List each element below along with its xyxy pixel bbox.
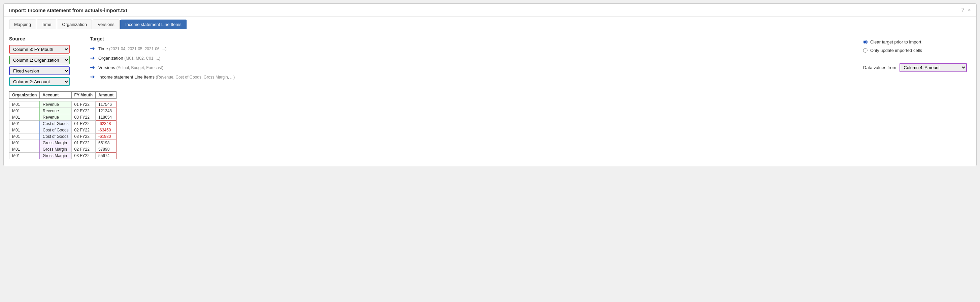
tab-versions[interactable]: Versions bbox=[92, 19, 119, 29]
cell-org: M01 bbox=[10, 108, 40, 114]
source-select-lineitems[interactable]: Column 2: Account bbox=[9, 77, 70, 86]
radio-only-update-label: Only update imported cells bbox=[870, 48, 922, 53]
cell-amount: -61980 bbox=[95, 133, 116, 140]
right-panel: Clear target prior to import Only update… bbox=[863, 36, 971, 159]
col-header-account: Account bbox=[40, 92, 72, 99]
radio-clear-target[interactable]: Clear target prior to import bbox=[863, 40, 971, 45]
main-window: Import: Income statement from actuals-im… bbox=[3, 3, 977, 166]
data-table: Organization Account FY Mouth Amount M01… bbox=[9, 91, 116, 159]
cell-amount: 57898 bbox=[95, 146, 116, 153]
source-select-org[interactable]: Column 1: Organization bbox=[9, 56, 70, 64]
source-select-time[interactable]: Column 3: FY Mouth bbox=[9, 45, 70, 54]
cell-org: M01 bbox=[10, 140, 40, 146]
table-row: M01 Revenue 02 FY22 121348 bbox=[10, 108, 116, 114]
cell-org: M01 bbox=[10, 153, 40, 159]
table-row: M01 Gross Margin 01 FY22 55198 bbox=[10, 140, 116, 146]
table-row: M01 Gross Margin 03 FY22 55674 bbox=[10, 153, 116, 159]
cell-account: Gross Margin bbox=[40, 140, 72, 146]
window-title: Import: Income statement from actuals-im… bbox=[9, 7, 127, 13]
target-label-org: Organization (M01, M02, C01, ...) bbox=[98, 56, 160, 61]
cell-amount: -63450 bbox=[95, 127, 116, 133]
target-label-versions: Versions (Actual, Budget, Forecast) bbox=[98, 65, 163, 70]
tab-income-statement[interactable]: Income statement Line Items bbox=[120, 19, 186, 29]
cell-fy: 03 FY22 bbox=[72, 133, 95, 140]
cell-fy: 02 FY22 bbox=[72, 146, 95, 153]
data-table-wrapper: Organization Account FY Mouth Amount M01… bbox=[9, 91, 850, 159]
cell-fy: 01 FY22 bbox=[72, 121, 95, 127]
target-column: Target ➜ Time (2021-04, 2021-05, 2021-06… bbox=[90, 36, 235, 86]
cell-amount: 118654 bbox=[95, 114, 116, 121]
cell-account: Cost of Goods bbox=[40, 127, 72, 133]
col-header-org: Organization bbox=[10, 92, 40, 99]
source-rows: Column 3: FY Mouth Column 1: Organizatio… bbox=[9, 45, 70, 86]
cell-org: M01 bbox=[10, 127, 40, 133]
table-row: M01 Cost of Goods 03 FY22 -61980 bbox=[10, 133, 116, 140]
arrow-org: ➜ bbox=[90, 54, 95, 62]
cell-amount: -62348 bbox=[95, 121, 116, 127]
tab-time[interactable]: Time bbox=[37, 19, 56, 29]
cell-fy: 01 FY22 bbox=[72, 140, 95, 146]
tab-bar: Mapping Time Organization Versions Incom… bbox=[4, 17, 976, 29]
target-row-org: ➜ Organization (M01, M02, C01, ...) bbox=[90, 54, 235, 62]
cell-fy: 03 FY22 bbox=[72, 153, 95, 159]
data-values-row: Data values from Column 4: Amount bbox=[863, 63, 971, 72]
data-values-label: Data values from bbox=[863, 65, 896, 70]
cell-org: M01 bbox=[10, 133, 40, 140]
col-header-amount: Amount bbox=[95, 92, 116, 99]
cell-amount: 121348 bbox=[95, 108, 116, 114]
col-header-fy: FY Mouth bbox=[72, 92, 95, 99]
arrow-lineitems: ➜ bbox=[90, 73, 95, 81]
help-icon[interactable]: ? bbox=[961, 7, 964, 13]
cell-amount: 117546 bbox=[95, 101, 116, 108]
radio-clear-target-label: Clear target prior to import bbox=[870, 40, 921, 45]
radio-only-update[interactable]: Only update imported cells bbox=[863, 48, 971, 53]
title-bar: Import: Income statement from actuals-im… bbox=[4, 4, 976, 17]
cell-fy: 02 FY22 bbox=[72, 127, 95, 133]
content-area: Source Column 3: FY Mouth Column 1: Orga… bbox=[4, 29, 976, 166]
close-icon[interactable]: × bbox=[968, 7, 971, 13]
source-column: Source Column 3: FY Mouth Column 1: Orga… bbox=[9, 36, 70, 86]
tab-mapping[interactable]: Mapping bbox=[9, 19, 36, 29]
cell-fy: 03 FY22 bbox=[72, 114, 95, 121]
target-label-time: Time (2021-04, 2021-05, 2021-06, ...) bbox=[98, 46, 166, 51]
window-controls: ? × bbox=[961, 7, 971, 13]
source-select-versions[interactable]: Fixed version bbox=[9, 66, 70, 75]
cell-account: Revenue bbox=[40, 108, 72, 114]
source-row-time: Column 3: FY Mouth bbox=[9, 45, 70, 54]
source-header: Source bbox=[9, 36, 70, 42]
cell-org: M01 bbox=[10, 121, 40, 127]
arrow-versions: ➜ bbox=[90, 64, 95, 71]
cell-account: Revenue bbox=[40, 114, 72, 121]
cell-amount: 55674 bbox=[95, 153, 116, 159]
target-row-versions: ➜ Versions (Actual, Budget, Forecast) bbox=[90, 64, 235, 71]
source-row-lineitems: Column 2: Account bbox=[9, 77, 70, 86]
cell-account: Revenue bbox=[40, 101, 72, 108]
left-panel: Source Column 3: FY Mouth Column 1: Orga… bbox=[9, 36, 850, 159]
mapping-section: Source Column 3: FY Mouth Column 1: Orga… bbox=[9, 36, 850, 86]
target-row-lineitems: ➜ Income statement Line Items (Revenue, … bbox=[90, 73, 235, 81]
arrow-time: ➜ bbox=[90, 45, 95, 52]
cell-amount: 55198 bbox=[95, 140, 116, 146]
table-row: M01 Gross Margin 02 FY22 57898 bbox=[10, 146, 116, 153]
table-row: M01 Revenue 01 FY22 117546 bbox=[10, 101, 116, 108]
radio-clear-target-input[interactable] bbox=[863, 40, 867, 44]
cell-account: Gross Margin bbox=[40, 153, 72, 159]
radio-only-update-input[interactable] bbox=[863, 48, 867, 53]
table-row: M01 Revenue 03 FY22 118654 bbox=[10, 114, 116, 121]
source-row-versions: Fixed version bbox=[9, 66, 70, 75]
tab-organization[interactable]: Organization bbox=[57, 19, 92, 29]
data-values-select[interactable]: Column 4: Amount bbox=[899, 63, 967, 72]
cell-fy: 01 FY22 bbox=[72, 101, 95, 108]
table-row: M01 Cost of Goods 01 FY22 -62348 bbox=[10, 121, 116, 127]
cell-org: M01 bbox=[10, 101, 40, 108]
table-row: M01 Cost of Goods 02 FY22 -63450 bbox=[10, 127, 116, 133]
cell-account: Gross Margin bbox=[40, 146, 72, 153]
target-rows: ➜ Time (2021-04, 2021-05, 2021-06, ...) … bbox=[90, 45, 235, 81]
target-header: Target bbox=[90, 36, 235, 42]
target-label-lineitems: Income statement Line Items (Revenue, Co… bbox=[98, 75, 235, 80]
target-row-time: ➜ Time (2021-04, 2021-05, 2021-06, ...) bbox=[90, 45, 235, 52]
radio-group: Clear target prior to import Only update… bbox=[863, 40, 971, 53]
cell-account: Cost of Goods bbox=[40, 133, 72, 140]
cell-fy: 02 FY22 bbox=[72, 108, 95, 114]
cell-org: M01 bbox=[10, 146, 40, 153]
